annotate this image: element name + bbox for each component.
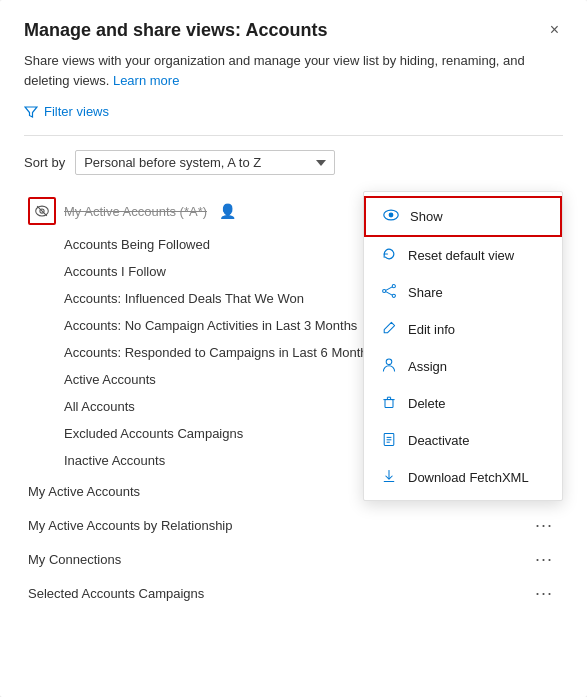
- view-item-selected-accounts-campaigns: Selected Accounts Campaigns ···: [24, 576, 563, 610]
- reset-icon: [380, 246, 398, 265]
- context-menu-item-download[interactable]: Download FetchXML: [364, 459, 562, 496]
- assign-label: Assign: [408, 359, 447, 374]
- svg-point-6: [392, 294, 395, 297]
- modal-header: Manage and share views: Accounts ×: [24, 20, 563, 41]
- context-menu-item-delete[interactable]: Delete: [364, 385, 562, 422]
- deactivate-label: Deactivate: [408, 433, 469, 448]
- more-button[interactable]: ···: [529, 548, 559, 570]
- svg-line-9: [386, 287, 392, 291]
- more-button[interactable]: ···: [529, 582, 559, 604]
- context-menu-item-show[interactable]: Show: [364, 196, 562, 237]
- context-menu-item-reset[interactable]: Reset default view: [364, 237, 562, 274]
- delete-label: Delete: [408, 396, 446, 411]
- download-label: Download FetchXML: [408, 470, 529, 485]
- more-button[interactable]: ···: [529, 514, 559, 536]
- filter-views-button[interactable]: Filter views: [24, 104, 109, 119]
- share-icon: [380, 283, 398, 302]
- show-icon: [382, 207, 400, 226]
- view-name: All Accounts: [64, 399, 135, 414]
- divider: [24, 135, 563, 136]
- user-icon: 👤: [219, 203, 236, 219]
- view-name: Accounts: Responded to Campaigns in Last…: [64, 345, 368, 360]
- reset-label: Reset default view: [408, 248, 514, 263]
- svg-point-5: [392, 285, 395, 288]
- view-name: Excluded Accounts Campaigns: [64, 426, 243, 441]
- view-name: Inactive Accounts: [64, 453, 165, 468]
- svg-point-7: [383, 289, 386, 292]
- modal: Manage and share views: Accounts × Share…: [0, 0, 587, 697]
- view-name: My Active Accounts by Relationship: [28, 518, 233, 533]
- eye-slash-icon: [35, 204, 49, 218]
- view-name: Accounts: Influenced Deals That We Won: [64, 291, 304, 306]
- hide-icon-box: [28, 197, 56, 225]
- show-label: Show: [410, 209, 443, 224]
- edit-icon: [380, 320, 398, 339]
- learn-more-link[interactable]: Learn more: [113, 73, 179, 88]
- sort-select[interactable]: Personal before system, A to Z Personal …: [75, 150, 335, 175]
- assign-icon: [380, 357, 398, 376]
- context-menu: Show Reset default view: [363, 191, 563, 501]
- context-menu-item-deactivate[interactable]: Deactivate: [364, 422, 562, 459]
- view-name: Accounts I Follow: [64, 264, 166, 279]
- context-menu-item-edit-info[interactable]: Edit info: [364, 311, 562, 348]
- edit-info-label: Edit info: [408, 322, 455, 337]
- sort-label: Sort by: [24, 155, 65, 170]
- delete-icon: [380, 394, 398, 413]
- context-menu-item-assign[interactable]: Assign: [364, 348, 562, 385]
- view-item-my-active-accounts-starred: My Active Accounts (*A*) 👤 ··· Show: [24, 191, 563, 231]
- view-item-my-connections: My Connections ···: [24, 542, 563, 576]
- close-button[interactable]: ×: [546, 20, 563, 40]
- view-name: Active Accounts: [64, 372, 156, 387]
- share-label: Share: [408, 285, 443, 300]
- context-menu-item-share[interactable]: Share: [364, 274, 562, 311]
- view-name: Accounts Being Followed: [64, 237, 210, 252]
- svg-line-8: [386, 292, 392, 296]
- view-item-my-active-accounts-relationship: My Active Accounts by Relationship ···: [24, 508, 563, 542]
- view-name: Accounts: No Campaign Activities in Last…: [64, 318, 357, 333]
- svg-point-4: [389, 213, 394, 218]
- svg-point-10: [386, 359, 392, 365]
- view-name: My Connections: [28, 552, 121, 567]
- modal-title: Manage and share views: Accounts: [24, 20, 327, 41]
- filter-icon: [24, 105, 38, 119]
- download-icon: [380, 468, 398, 487]
- view-name: My Active Accounts: [28, 484, 140, 499]
- views-list: My Active Accounts (*A*) 👤 ··· Show: [24, 191, 563, 610]
- svg-rect-11: [385, 400, 393, 408]
- modal-description: Share views with your organization and m…: [24, 51, 563, 90]
- sort-row: Sort by Personal before system, A to Z P…: [24, 150, 563, 175]
- svg-line-2: [37, 206, 47, 216]
- view-name: Selected Accounts Campaigns: [28, 586, 204, 601]
- deactivate-icon: [380, 431, 398, 450]
- view-name: My Active Accounts (*A*): [64, 204, 207, 219]
